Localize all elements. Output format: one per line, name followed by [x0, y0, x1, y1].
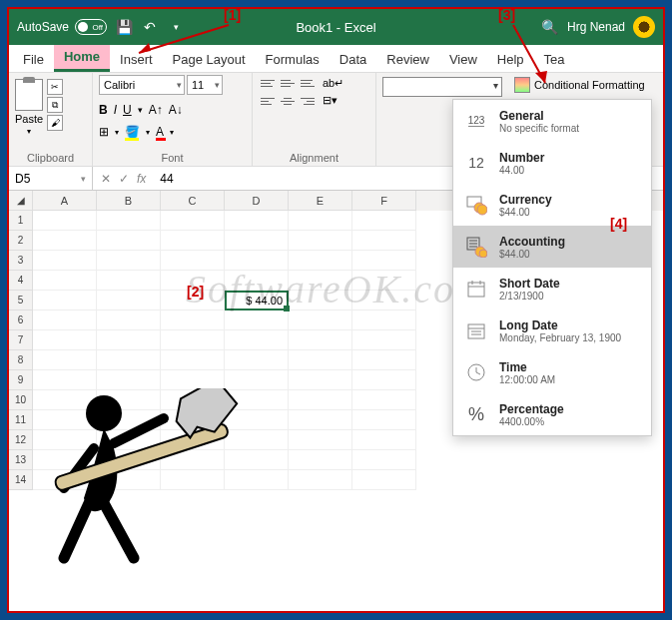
tab-view[interactable]: View — [439, 47, 487, 72]
italic-button[interactable]: I — [114, 103, 117, 117]
ribbon-group-font: Calibri 11 B I U ▾ A↑ A↓ ⊞▾ 🪣▾ A▾ Font — [93, 73, 253, 166]
tab-insert[interactable]: Insert — [110, 47, 163, 72]
short-date-icon — [463, 276, 489, 302]
align-bottom-icon[interactable] — [299, 75, 317, 91]
align-top-icon[interactable] — [259, 75, 277, 91]
align-middle-icon[interactable] — [279, 75, 297, 91]
time-icon — [463, 359, 489, 385]
align-center-icon[interactable] — [279, 93, 297, 109]
svg-point-8 — [479, 250, 487, 258]
font-name-select[interactable]: Calibri — [99, 75, 185, 95]
row-header[interactable]: 9 — [9, 370, 33, 390]
clipboard-group-label: Clipboard — [15, 150, 86, 166]
window-title: Book1 - Excel — [296, 20, 375, 35]
format-option-currency[interactable]: Currency$44.00 — [453, 184, 651, 226]
format-option-time[interactable]: Time12:00:00 AM — [453, 351, 651, 393]
svg-line-19 — [476, 372, 480, 374]
autosave-control[interactable]: AutoSave Off — [17, 19, 107, 35]
undo-icon[interactable]: ↶ — [141, 18, 159, 36]
autosave-label: AutoSave — [17, 20, 69, 34]
format-option-long-date[interactable]: Long DateMonday, February 13, 1900 — [453, 310, 651, 351]
ribbon-tabs: File Home Insert Page Layout Formulas Da… — [9, 45, 663, 73]
enter-icon[interactable]: ✓ — [119, 172, 129, 186]
font-size-select[interactable]: 11 — [187, 75, 223, 95]
title-bar: AutoSave Off 💾 ↶ ▾ Book1 - Excel 🔍 Hrg N… — [9, 9, 663, 45]
format-option-accounting[interactable]: Accounting$44.00 — [453, 226, 651, 268]
row-header[interactable]: 2 — [9, 231, 33, 251]
number-icon: 12 — [463, 150, 489, 176]
row-header[interactable]: 14 — [9, 470, 33, 490]
column-header[interactable]: A — [33, 191, 97, 211]
tab-home[interactable]: Home — [54, 44, 110, 72]
tab-page-layout[interactable]: Page Layout — [163, 47, 256, 72]
format-option-percentage[interactable]: % Percentage4400.00% — [453, 393, 651, 435]
row-header[interactable]: 4 — [9, 271, 33, 291]
conditional-formatting-button[interactable]: Conditional Formatting — [512, 75, 657, 95]
row-header[interactable]: 1 — [9, 211, 33, 231]
selected-cell[interactable]: $ 44.00 — [225, 291, 289, 310]
user-name[interactable]: Hrg Nenad — [567, 20, 625, 34]
decrease-font-icon[interactable]: A↓ — [169, 103, 183, 117]
user-avatar[interactable] — [633, 16, 655, 38]
row-headers: ◢ 1 2 3 4 5 6 7 8 9 10 11 12 13 14 — [9, 191, 33, 490]
general-icon: 123 — [463, 108, 489, 134]
row-header[interactable]: 7 — [9, 330, 33, 350]
column-header[interactable]: B — [97, 191, 161, 211]
save-icon[interactable]: 💾 — [115, 18, 133, 36]
align-left-icon[interactable] — [259, 93, 277, 109]
format-option-general[interactable]: 123 GeneralNo specific format — [453, 100, 651, 142]
row-header[interactable]: 6 — [9, 310, 33, 330]
format-option-number[interactable]: 12 Number44.00 — [453, 142, 651, 184]
tab-help[interactable]: Help — [487, 47, 534, 72]
column-header[interactable]: E — [289, 191, 352, 211]
format-painter-icon[interactable]: 🖌 — [47, 115, 63, 131]
wrap-text-icon[interactable]: ab↵ — [323, 77, 343, 90]
row-header[interactable]: 8 — [9, 350, 33, 370]
tab-file[interactable]: File — [13, 47, 54, 72]
font-group-label: Font — [99, 150, 246, 166]
underline-button[interactable]: U — [123, 103, 132, 117]
row-header[interactable]: 11 — [9, 410, 33, 430]
fill-color-icon[interactable]: 🪣 — [125, 125, 140, 139]
increase-font-icon[interactable]: A↑ — [149, 103, 163, 117]
select-all-corner[interactable]: ◢ — [9, 191, 33, 211]
autosave-toggle[interactable]: Off — [75, 19, 107, 35]
row-header[interactable]: 10 — [9, 390, 33, 410]
svg-rect-9 — [468, 283, 484, 297]
svg-line-28 — [104, 503, 134, 558]
copy-icon[interactable]: ⧉ — [47, 97, 63, 113]
number-format-combo[interactable] — [382, 77, 502, 97]
paste-button[interactable]: Paste ▾ — [15, 75, 43, 136]
font-color-icon[interactable]: A — [156, 125, 164, 139]
svg-line-27 — [64, 503, 89, 558]
number-format-dropdown: 123 GeneralNo specific format 12 Number4… — [452, 99, 652, 436]
cancel-icon[interactable]: ✕ — [101, 172, 111, 186]
svg-point-2 — [477, 205, 487, 215]
tab-formulas[interactable]: Formulas — [256, 47, 330, 72]
row-header[interactable]: 12 — [9, 430, 33, 450]
name-box[interactable]: D5 — [9, 167, 93, 190]
row-header[interactable]: 5 — [9, 291, 33, 310]
column-header[interactable]: D — [225, 191, 289, 211]
bold-button[interactable]: B — [99, 103, 108, 117]
search-icon[interactable]: 🔍 — [541, 18, 559, 36]
tab-review[interactable]: Review — [376, 47, 439, 72]
conditional-formatting-icon — [514, 77, 530, 93]
column-header[interactable]: C — [161, 191, 225, 211]
align-right-icon[interactable] — [299, 93, 317, 109]
undo-dropdown-icon[interactable]: ▾ — [167, 18, 185, 36]
borders-icon[interactable]: ⊞ — [99, 125, 109, 139]
format-option-short-date[interactable]: Short Date2/13/1900 — [453, 268, 651, 310]
merge-icon[interactable]: ⊟▾ — [323, 94, 343, 107]
ribbon-group-alignment: ab↵ ⊟▾ Alignment — [253, 73, 376, 166]
row-header[interactable]: 13 — [9, 450, 33, 470]
cut-icon[interactable]: ✂ — [47, 79, 63, 95]
long-date-icon — [463, 317, 489, 343]
currency-icon — [463, 192, 489, 218]
row-header[interactable]: 3 — [9, 251, 33, 271]
ribbon-group-clipboard: Paste ▾ ✂ ⧉ 🖌 Clipboard — [9, 73, 93, 166]
tab-team[interactable]: Tea — [534, 47, 575, 72]
tab-data[interactable]: Data — [330, 47, 376, 72]
fx-icon[interactable]: fx — [137, 172, 146, 186]
column-header[interactable]: F — [352, 191, 416, 211]
